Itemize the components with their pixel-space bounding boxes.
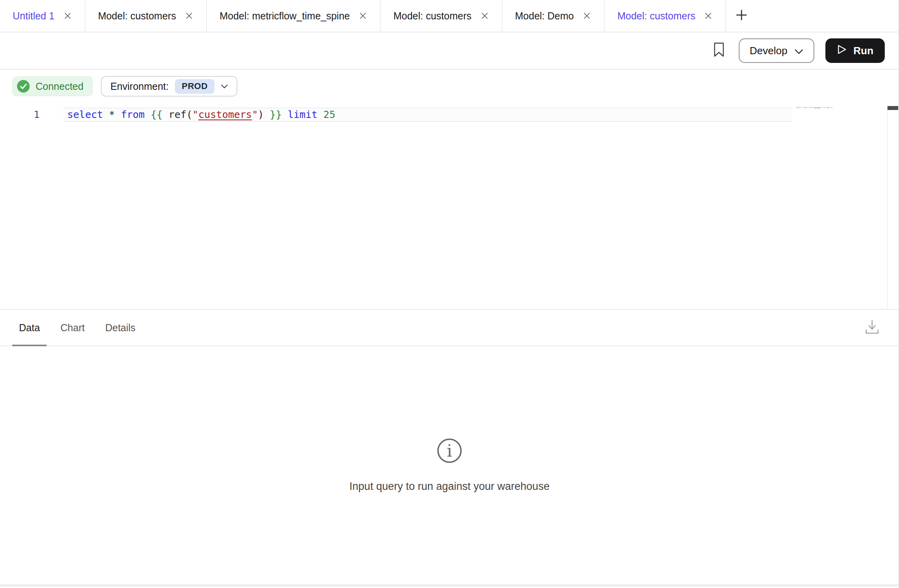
empty-state-message: Input query to run against your warehous… [349,480,550,493]
code-token: ref( [163,109,192,120]
code-line[interactable]: select * from {{ ref("customers") }} lim… [67,108,335,121]
environment-selector[interactable]: Environment: PROD [101,76,237,97]
download-icon [865,319,880,337]
chevron-down-icon [795,45,803,57]
tab-model-customers-3[interactable]: Model: customers [605,0,726,32]
chevron-down-icon [221,84,228,89]
code-token: * [103,109,121,120]
run-label: Run [853,45,874,57]
tab-model-customers-1[interactable]: Model: customers [85,0,207,32]
close-icon[interactable] [358,11,367,20]
code-token: from [121,109,144,120]
ide-window: Untitled 1 Model: customers Model: metri… [0,0,899,588]
tab-chart[interactable]: Chart [54,310,91,345]
develop-label: Develop [750,45,787,57]
environment-label: Environment: [110,81,169,92]
code-token: ) [258,109,270,120]
svg-text:i: i [447,441,452,461]
connected-label: Connected [36,81,83,92]
tab-label: Model: Demo [515,10,574,22]
code-token: select [67,109,103,120]
download-results-button[interactable] [863,319,881,337]
code-token: {{ [151,109,163,120]
tab-model-demo[interactable]: Model: Demo [503,0,605,32]
environment-value-chip: PROD [175,79,214,94]
bookmark-icon [713,42,725,59]
code-token [145,109,151,120]
editor-toolbar: Develop Run [0,32,899,70]
tab-details[interactable]: Details [99,310,142,345]
tab-label: Model: customers [617,10,695,22]
connection-status-row: Connected Environment: PROD [12,70,237,103]
tab-label: Model: metricflow_time_spine [220,10,350,22]
editor-scrollbar-track [887,106,888,309]
code-token [282,109,288,120]
run-button[interactable]: Run [825,38,885,63]
results-empty-state: i Input query to run against your wareho… [0,438,899,493]
tab-label: Model: customers [98,10,176,22]
tab-model-metricflow-time-spine[interactable]: Model: metricflow_time_spine [207,0,381,32]
close-icon[interactable] [582,11,591,20]
tab-label: Details [105,322,135,334]
develop-dropdown-button[interactable]: Develop [739,38,814,63]
tab-label: Chart [61,322,85,334]
tab-untitled-1[interactable]: Untitled 1 [0,0,85,32]
plus-icon [735,8,748,23]
editor-scrollbar-thumb[interactable] [888,106,899,110]
line-number: 1 [24,108,40,122]
play-icon [837,44,847,58]
code-token [317,109,323,120]
tab-label: Model: customers [393,10,471,22]
code-token: " [192,109,198,120]
close-icon[interactable] [480,11,489,20]
tab-label: Data [19,322,40,334]
new-tab-button[interactable] [726,0,757,32]
tab-data[interactable]: Data [12,310,47,345]
bookmark-button[interactable] [710,41,728,60]
editor-minimap: select * from {{ ref("customers") }} lim… [796,107,832,108]
tab-label: Untitled 1 [13,10,55,22]
close-icon[interactable] [185,11,193,20]
close-icon[interactable] [63,11,72,20]
close-icon[interactable] [704,11,713,20]
sql-editor[interactable]: 1 select * from {{ ref("customers") }} l… [0,103,899,309]
editor-tab-bar: Untitled 1 Model: customers Model: metri… [0,0,899,32]
connected-badge: Connected [12,76,93,96]
check-circle-icon [17,80,30,93]
tab-model-customers-2[interactable]: Model: customers [381,0,502,32]
code-token: " [252,109,258,120]
window-bottom-edge [0,584,899,586]
code-token-ref-link[interactable]: customers [198,109,252,120]
results-tab-bar: Data Chart Details [0,309,899,346]
info-icon: i [436,438,463,465]
code-token: }} [270,109,282,120]
code-token: limit [288,109,317,120]
code-token: 25 [323,109,335,120]
